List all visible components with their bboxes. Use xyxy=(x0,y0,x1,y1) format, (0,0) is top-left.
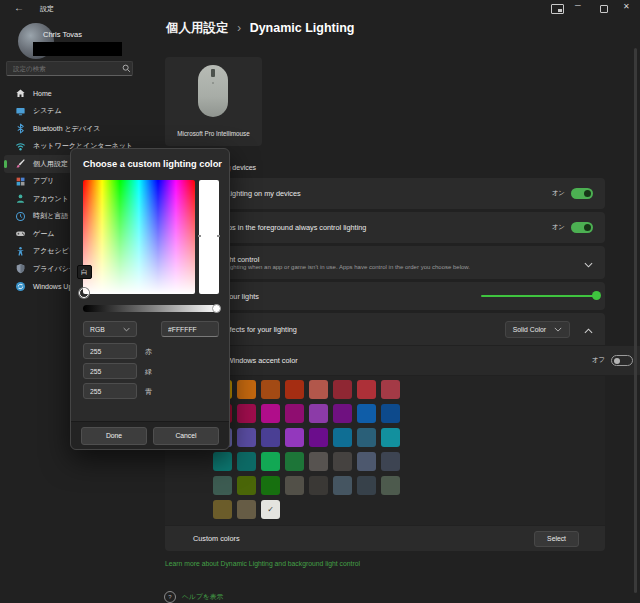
color-swatch[interactable] xyxy=(357,380,376,399)
chevron-up-icon[interactable] xyxy=(584,320,593,338)
back-button[interactable]: ← xyxy=(14,2,24,13)
color-swatch[interactable] xyxy=(237,500,256,519)
breadcrumb-parent[interactable]: 個人用設定 xyxy=(166,21,229,35)
color-swatch[interactable] xyxy=(381,428,400,447)
red-field[interactable] xyxy=(83,343,137,359)
help-icon: ? xyxy=(164,591,176,603)
row-foreground-apps: Compatible apps in the foreground always… xyxy=(165,212,605,243)
color-swatch[interactable] xyxy=(237,380,256,399)
color-swatch[interactable] xyxy=(261,380,280,399)
hex-input[interactable] xyxy=(162,322,218,336)
row-label: Custom colors xyxy=(193,534,534,543)
color-swatch[interactable] xyxy=(285,476,304,495)
color-swatch[interactable] xyxy=(333,452,352,471)
blue-field[interactable] xyxy=(83,383,137,399)
hex-color-field[interactable] xyxy=(161,321,219,337)
color-swatch[interactable] xyxy=(381,476,400,495)
color-swatch[interactable] xyxy=(213,500,232,519)
color-swatch[interactable] xyxy=(285,452,304,471)
color-swatch[interactable] xyxy=(357,476,376,495)
color-swatch[interactable] xyxy=(309,428,328,447)
color-swatch[interactable] xyxy=(261,476,280,495)
color-swatch[interactable] xyxy=(237,476,256,495)
pip-icon[interactable] xyxy=(551,4,564,14)
sidebar-item-home[interactable]: Home xyxy=(4,85,154,103)
color-swatch[interactable] xyxy=(285,380,304,399)
bluetooth-icon xyxy=(14,123,26,134)
color-swatch[interactable] xyxy=(237,452,256,471)
value-tick xyxy=(217,235,220,237)
mouse-wheel xyxy=(211,69,215,77)
sidebar-item-bluetooth[interactable]: Bluetooth とデバイス xyxy=(4,120,154,138)
color-swatch[interactable] xyxy=(357,404,376,423)
maximize-button[interactable] xyxy=(600,5,608,13)
color-swatch[interactable] xyxy=(285,428,304,447)
color-swatch[interactable] xyxy=(333,380,352,399)
color-swatch[interactable] xyxy=(213,452,232,471)
blue-input[interactable] xyxy=(84,384,136,398)
accounts-icon xyxy=(14,193,26,204)
close-button[interactable]: ✕ xyxy=(623,2,630,11)
color-swatch[interactable]: ✓ xyxy=(261,500,280,519)
value-bar[interactable] xyxy=(199,180,219,294)
personalization-icon xyxy=(14,158,26,169)
color-swatch[interactable] xyxy=(381,380,400,399)
effects-dropdown-value: Solid Color xyxy=(513,326,546,333)
row-description: Apps can control lighting when an app or… xyxy=(181,264,584,270)
color-swatch[interactable] xyxy=(285,404,304,423)
color-swatch[interactable] xyxy=(333,404,352,423)
color-swatch[interactable] xyxy=(309,452,328,471)
sidebar-item-system[interactable]: システム xyxy=(4,103,154,121)
minimize-button[interactable]: ─ xyxy=(575,1,581,10)
color-model-dropdown[interactable]: RGB xyxy=(83,321,137,337)
color-swatch[interactable] xyxy=(237,428,256,447)
row-use-dynamic-lighting: Use Dynamic Lighting on my devices オン xyxy=(165,178,605,209)
color-swatch[interactable] xyxy=(309,476,328,495)
red-input[interactable] xyxy=(84,344,136,358)
red-label: 赤 xyxy=(145,347,152,357)
color-swatch[interactable] xyxy=(261,404,280,423)
titlebar: ← 設定 ─ ✕ xyxy=(0,0,640,16)
foreground-apps-toggle[interactable] xyxy=(571,222,593,233)
color-swatch[interactable] xyxy=(333,428,352,447)
color-swatch[interactable] xyxy=(309,404,328,423)
select-custom-color-button[interactable]: Select xyxy=(534,531,579,547)
row-label: Use Dynamic Lighting on my devices xyxy=(181,189,552,198)
green-input[interactable] xyxy=(84,364,136,378)
color-swatch[interactable] xyxy=(309,380,328,399)
color-swatch[interactable] xyxy=(261,452,280,471)
settings-search[interactable] xyxy=(6,61,133,76)
selected-accent-bar xyxy=(4,160,7,169)
color-swatch[interactable] xyxy=(213,476,232,495)
search-input[interactable] xyxy=(7,65,120,72)
dynamic-lighting-toggle[interactable] xyxy=(571,188,593,199)
color-swatch[interactable] xyxy=(237,404,256,423)
chevron-down-icon[interactable] xyxy=(584,254,593,272)
accent-color-toggle[interactable] xyxy=(611,355,633,366)
device-card[interactable]: Microsoft Pro Intellimouse xyxy=(165,57,262,146)
learn-more-link[interactable]: Learn more about Dynamic Lighting and ba… xyxy=(165,560,360,567)
time-language-icon xyxy=(14,211,26,222)
brightness-slider[interactable] xyxy=(481,295,597,297)
green-field[interactable] xyxy=(83,363,137,379)
color-swatch[interactable] xyxy=(333,476,352,495)
lightness-slider-thumb[interactable] xyxy=(212,304,221,313)
home-icon xyxy=(14,88,26,99)
scrollbar[interactable] xyxy=(634,48,637,593)
get-help-link[interactable]: ヘルプを表示 xyxy=(182,592,223,602)
color-swatch[interactable] xyxy=(381,452,400,471)
row-background-light-control[interactable]: Background light control Apps can contro… xyxy=(165,246,605,279)
cancel-button[interactable]: Cancel xyxy=(153,427,219,445)
color-swatch[interactable] xyxy=(357,428,376,447)
search-icon[interactable] xyxy=(120,64,132,73)
color-swatch[interactable] xyxy=(381,404,400,423)
color-gradient-picker[interactable] xyxy=(83,180,195,294)
user-name: Chris Tovas xyxy=(43,30,82,39)
lightness-slider[interactable] xyxy=(83,305,219,312)
done-button[interactable]: Done xyxy=(81,427,147,445)
brightness-slider-thumb[interactable] xyxy=(592,291,601,300)
color-swatch[interactable] xyxy=(261,428,280,447)
effects-dropdown[interactable]: Solid Color xyxy=(505,321,570,338)
color-picker-cursor[interactable] xyxy=(79,288,89,298)
color-swatch[interactable] xyxy=(357,452,376,471)
